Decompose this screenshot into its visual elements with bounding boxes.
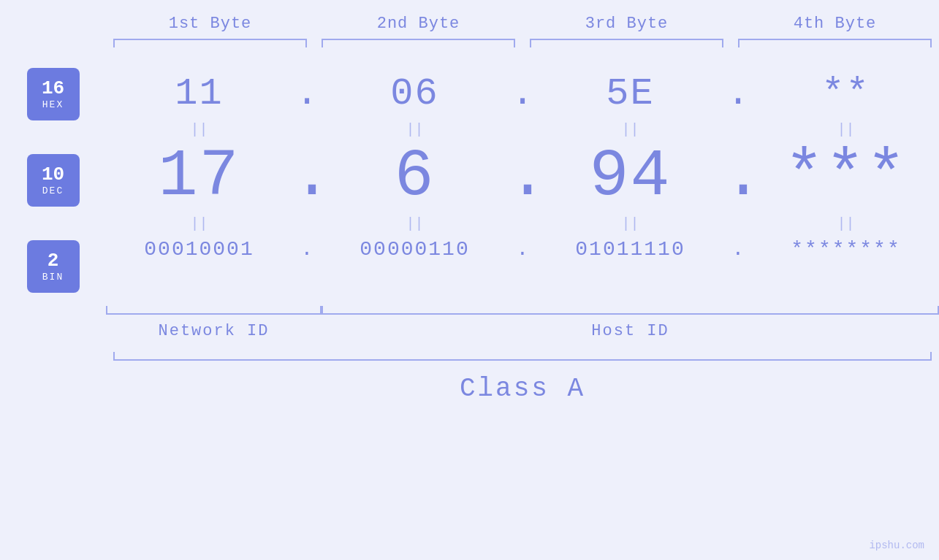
pipe3: || [537,121,723,138]
pipe5: || [106,215,292,232]
dec-b3: 94 [537,144,723,210]
bin-dot1: . [292,238,322,261]
dec-dot3: . [723,144,753,210]
content-area: 16 HEX 10 DEC 2 BIN 11 . [0,62,939,299]
dec-badge-label: DEC [42,185,64,196]
bin-b1: 00010001 [106,238,292,261]
pipe8: || [753,215,939,232]
hex-badge-num: 16 [42,78,64,99]
overall-bracket [113,352,932,361]
bin-row: 00010001 . 00000110 . 01011110 . *******… [106,235,939,264]
dec-dot2: . [508,144,537,210]
bin-badge-num: 2 [47,250,59,272]
hex-dot2: . [508,72,537,115]
hex-b2: 06 [322,73,508,115]
bin-badge-label: BIN [42,272,64,283]
header-row: 1st Byte 2nd Byte 3rd Byte 4th Byte [0,15,939,33]
network-bracket [106,306,322,315]
bracket-b1 [113,39,307,47]
pipe1: || [106,121,292,138]
pipe2: || [322,121,508,138]
main-container: 1st Byte 2nd Byte 3rd Byte 4th Byte 16 H… [0,0,939,560]
host-bracket [322,306,939,315]
host-id-label: Host ID [322,318,939,340]
dec-b2: 6 [322,144,508,210]
hex-badge: 16 HEX [27,68,80,120]
byte4-header: 4th Byte [731,15,939,33]
bin-badge: 2 BIN [27,240,80,293]
hex-b1: 11 [106,73,292,115]
bin-b2: 00000110 [322,238,508,261]
hex-row: 11 . 06 . 5E . ** [106,69,939,118]
pipe6: || [322,215,508,232]
hex-b3: 5E [537,73,723,115]
bottom-section: Network ID Host ID Class A [0,306,939,404]
byte3-header: 3rd Byte [522,15,731,33]
pipe7: || [537,215,723,232]
byte2-header: 2nd Byte [314,15,522,33]
dec-b1: 17 [106,144,292,210]
top-bracket-row [0,39,939,47]
pipe4: || [753,121,939,138]
dec-badge: 10 DEC [27,154,80,207]
data-rows: 11 . 06 . 5E . ** || || [106,62,939,299]
hex-dot1: . [292,72,322,115]
byte1-header: 1st Byte [106,15,314,33]
bin-dot2: . [508,238,537,261]
dec-b4: *** [753,144,939,210]
hex-b4: ** [753,73,939,115]
dec-dot1: . [292,144,322,210]
dec-row: 17 . 6 . 94 . *** [106,141,939,212]
labels-row: Network ID Host ID [106,318,939,340]
bottom-bracket-row [106,306,939,315]
bracket-b3 [530,39,723,47]
badges-column: 16 HEX 10 DEC 2 BIN [0,62,106,299]
hex-badge-label: HEX [42,99,64,110]
watermark: ipshu.com [869,540,924,551]
sep-dec-bin: || || || || [106,212,939,235]
bracket-b2 [322,39,515,47]
class-label: Class A [106,368,939,404]
dec-badge-num: 10 [42,164,64,185]
bin-dot3: . [723,238,753,261]
hex-dot3: . [723,72,753,115]
bin-b4: ******** [753,238,939,261]
network-id-label: Network ID [106,318,322,340]
bin-b3: 01011110 [537,238,723,261]
sep-hex-dec: || || || || [106,118,939,141]
bracket-b4 [738,39,932,47]
